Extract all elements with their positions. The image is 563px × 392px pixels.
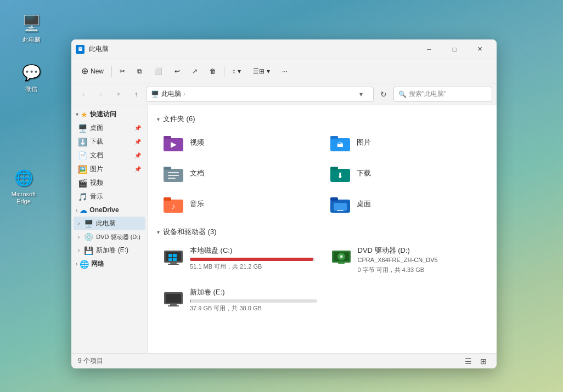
paste-button[interactable]: ⬜ bbox=[149, 63, 168, 80]
pictures-folder-label: 图片 bbox=[357, 138, 371, 147]
devices-expand-icon: ▾ bbox=[157, 229, 160, 235]
desktop-icon-thispc[interactable]: 🖥️ 此电脑 bbox=[12, 10, 50, 46]
dl-sidebar-icon: ⬇️ bbox=[78, 138, 87, 146]
sidebar-item-pictures[interactable]: 🖼️ 图片 📌 bbox=[74, 162, 145, 176]
e-drive-name: 新加卷 (E:) bbox=[190, 287, 317, 297]
onedrive-icon: ☁ bbox=[80, 206, 87, 214]
view-icon: ☰⊞ bbox=[253, 67, 264, 75]
rename-button[interactable]: ↩ bbox=[169, 63, 185, 80]
downloads-folder-label: 下载 bbox=[357, 168, 371, 178]
copy-button[interactable]: ⧉ bbox=[132, 63, 148, 80]
sidebar-item-thispc[interactable]: › 🖥️ 此电脑 bbox=[74, 217, 145, 230]
svg-rect-27 bbox=[168, 258, 172, 261]
music-folder-label: 音乐 bbox=[190, 199, 204, 209]
videos-folder-icon: ▶ bbox=[162, 133, 184, 152]
thispc-expander: › bbox=[78, 220, 80, 226]
folder-item-documents[interactable]: 文档 bbox=[157, 159, 322, 188]
title-bar: 🖥 此电脑 ─ □ ✕ bbox=[71, 39, 497, 59]
desktop-icon-wechat[interactable]: 💬 微信 bbox=[12, 59, 50, 95]
svg-rect-19 bbox=[334, 203, 347, 211]
folder-item-videos[interactable]: ▶ 视频 bbox=[157, 128, 322, 157]
sort-button[interactable]: ↕ ▾ bbox=[227, 63, 246, 80]
desktop-pin-icon: 📌 bbox=[134, 125, 141, 131]
drive-item-c[interactable]: 本地磁盘 (C:) 51.1 MB 可用，共 21.2 GB bbox=[157, 241, 320, 279]
minimize-button[interactable]: ─ bbox=[416, 39, 442, 59]
svg-rect-9 bbox=[168, 175, 179, 176]
network-header[interactable]: › 🌐 网络 bbox=[71, 257, 148, 271]
more-button[interactable]: ··· bbox=[277, 63, 293, 80]
drive-item-dvd[interactable]: DVD 驱动器 (D:) CPRA_X64FRE_ZH-CN_DV5 0 字节 … bbox=[325, 241, 488, 279]
svg-rect-15 bbox=[164, 197, 171, 201]
c-drive-bar bbox=[190, 258, 313, 261]
svg-rect-37 bbox=[170, 304, 177, 305]
desktop-folder-label: 桌面 bbox=[357, 199, 371, 209]
thispc-icon: 🖥️ bbox=[20, 12, 42, 34]
sort-icon: ↕ bbox=[232, 67, 235, 75]
downloads-folder-icon: ⬇ bbox=[329, 163, 351, 183]
grid-view-button[interactable]: ⊞ bbox=[477, 355, 490, 368]
sidebar-item-desktop[interactable]: 🖥️ 桌面 📌 bbox=[74, 121, 145, 135]
sidebar-item-documents[interactable]: 📄 文档 📌 bbox=[74, 149, 145, 162]
svg-rect-36 bbox=[166, 294, 181, 303]
wechat-label: 微信 bbox=[25, 86, 37, 93]
onedrive-header[interactable]: › ☁ OneDrive bbox=[71, 203, 148, 217]
quick-access-header[interactable]: ▾ ★ 快速访问 bbox=[71, 107, 148, 121]
sidebar-item-downloads[interactable]: ⬇️ 下载 📌 bbox=[74, 135, 145, 149]
folder-item-music[interactable]: ♪ 音乐 bbox=[157, 190, 322, 218]
path-dropdown[interactable]: ▾ bbox=[353, 87, 369, 102]
svg-text:🏔: 🏔 bbox=[337, 141, 344, 149]
list-view-button[interactable]: ☰ bbox=[461, 355, 475, 368]
folder-item-downloads[interactable]: ⬇ 下载 bbox=[324, 159, 488, 188]
svg-rect-12 bbox=[330, 167, 338, 170]
c-drive-size: 51.1 MB 可用，共 21.2 GB bbox=[190, 263, 315, 271]
folders-section-header[interactable]: ▾ 文件夹 (6) bbox=[157, 110, 488, 128]
qa-expand-icon: ▾ bbox=[76, 111, 78, 117]
sidebar-item-videos[interactable]: 🎬 视频 bbox=[74, 176, 145, 190]
share-button[interactable]: ↗ bbox=[187, 63, 203, 80]
svg-rect-28 bbox=[173, 258, 177, 261]
maximize-button[interactable]: □ bbox=[442, 39, 467, 59]
close-button[interactable]: ✕ bbox=[467, 39, 492, 59]
sidebar-item-dvd[interactable]: › 💿 DVD 驱动器 (D:) bbox=[74, 230, 145, 243]
e-drive-bar bbox=[190, 299, 191, 303]
cut-icon: ✂ bbox=[120, 67, 125, 75]
history-button[interactable]: ▾ bbox=[111, 87, 126, 102]
search-box[interactable]: 🔍 搜索"此电脑" bbox=[393, 87, 492, 102]
window-icon: 🖥 bbox=[76, 45, 85, 54]
od-expand-icon: › bbox=[76, 207, 77, 213]
folder-item-pictures[interactable]: 🏔 图片 bbox=[324, 128, 488, 157]
drive-item-e[interactable]: 新加卷 (E:) 37.9 GB 可用，共 38.0 GB bbox=[157, 283, 323, 317]
back-button[interactable]: ‹ bbox=[76, 87, 91, 102]
copy-icon: ⧉ bbox=[137, 67, 142, 75]
share-icon: ↗ bbox=[192, 67, 198, 75]
sidebar: ▾ ★ 快速访问 🖥️ 桌面 📌 ⬇️ 下载 📌 📄 文档 📌 🖼️ bbox=[71, 105, 148, 353]
new-button[interactable]: ⊕ New bbox=[76, 63, 109, 80]
address-path[interactable]: 🖥️ 此电脑 › ▾ bbox=[146, 87, 374, 102]
file-area: ▾ 文件夹 (6) ▶ 视频 bbox=[148, 105, 497, 353]
svg-rect-34 bbox=[338, 262, 345, 264]
c-drive-bar-wrap bbox=[190, 258, 315, 261]
address-bar: ‹ › ▾ ↑ 🖥️ 此电脑 › ▾ ↻ 🔍 搜索"此电脑" bbox=[71, 83, 497, 105]
thispc-sidebar-icon: 🖥️ bbox=[84, 219, 93, 228]
cut-button[interactable]: ✂ bbox=[114, 63, 131, 80]
devices-section-header[interactable]: ▾ 设备和驱动器 (3) bbox=[157, 223, 488, 241]
e-drive-size: 37.9 GB 可用，共 38.0 GB bbox=[190, 304, 317, 313]
delete-button[interactable]: 🗑 bbox=[204, 63, 222, 80]
dvd-expander: › bbox=[78, 234, 80, 240]
desktop-icon-edge[interactable]: 🌐 Microsoft Edge bbox=[4, 164, 43, 207]
edge-icon: 🌐 bbox=[13, 167, 35, 189]
svg-rect-4 bbox=[330, 136, 338, 139]
refresh-button[interactable]: ↻ bbox=[376, 87, 391, 102]
path-root: 此电脑 bbox=[161, 89, 181, 99]
view-button[interactable]: ☰⊞ ▾ bbox=[247, 63, 275, 80]
pic-sidebar-icon: 🖼️ bbox=[78, 165, 87, 174]
folder-item-desktop[interactable]: 桌面 bbox=[324, 190, 488, 218]
forward-button[interactable]: › bbox=[93, 87, 109, 102]
sidebar-item-newvol[interactable]: › 💾 新加卷 (E:) bbox=[74, 243, 145, 257]
net-expand-icon: › bbox=[76, 261, 77, 267]
sidebar-item-music[interactable]: 🎵 音乐 bbox=[74, 190, 145, 203]
doc-sidebar-icon: 📄 bbox=[78, 151, 87, 160]
network-icon: 🌐 bbox=[80, 260, 89, 269]
path-icon: 🖥️ bbox=[151, 90, 159, 98]
up-button[interactable]: ↑ bbox=[128, 87, 144, 102]
